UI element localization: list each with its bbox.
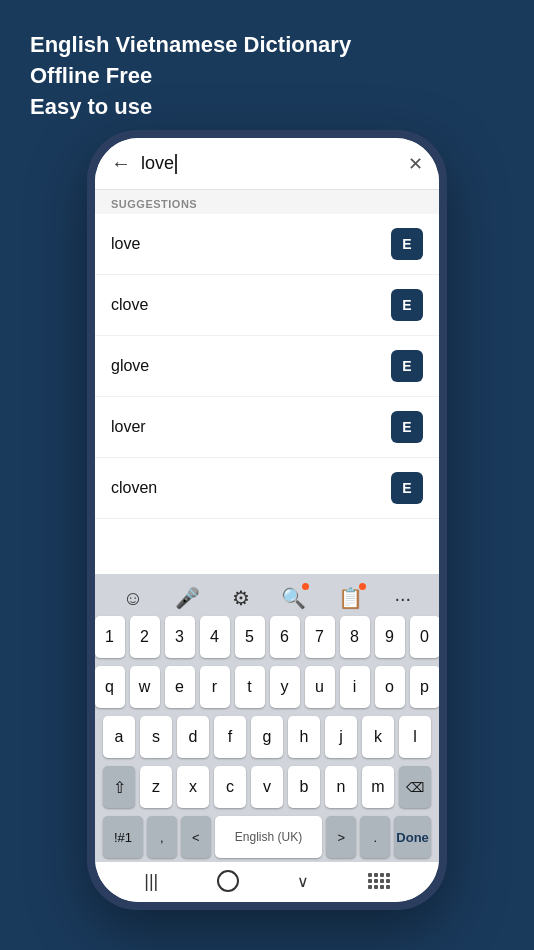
nav-menu-icon[interactable]: ||| bbox=[144, 871, 158, 892]
zxcv-row: ⇧ z x c v b n m ⌫ bbox=[103, 766, 431, 808]
search-query-text: love bbox=[141, 153, 174, 174]
key-h[interactable]: h bbox=[288, 716, 320, 758]
key-s[interactable]: s bbox=[140, 716, 172, 758]
key-m[interactable]: m bbox=[362, 766, 394, 808]
comma-key[interactable]: , bbox=[147, 816, 177, 858]
search-input-display[interactable]: love bbox=[141, 153, 398, 174]
phone-mockup: ← love ✕ SUGGESTIONS love E clove E bbox=[87, 130, 447, 910]
key-7[interactable]: 7 bbox=[305, 616, 335, 658]
app-header: English Vietnamese Dictionary Offline Fr… bbox=[30, 30, 351, 122]
key-z[interactable]: z bbox=[140, 766, 172, 808]
suggestion-word: glove bbox=[111, 357, 149, 375]
suggestion-item-love[interactable]: love E bbox=[95, 214, 439, 275]
key-6[interactable]: 6 bbox=[270, 616, 300, 658]
nav-back-icon[interactable]: ∨ bbox=[297, 872, 309, 891]
number-row: 1 2 3 4 5 6 7 8 9 0 bbox=[103, 616, 431, 658]
key-t[interactable]: t bbox=[235, 666, 265, 708]
key-4[interactable]: 4 bbox=[200, 616, 230, 658]
key-l[interactable]: l bbox=[399, 716, 431, 758]
key-w[interactable]: w bbox=[130, 666, 160, 708]
key-d[interactable]: d bbox=[177, 716, 209, 758]
suggestions-label: SUGGESTIONS bbox=[95, 190, 439, 214]
suggestion-word: cloven bbox=[111, 479, 157, 497]
suggestion-word: love bbox=[111, 235, 140, 253]
shift-key[interactable]: ⇧ bbox=[103, 766, 135, 808]
key-r[interactable]: r bbox=[200, 666, 230, 708]
gt-key[interactable]: > bbox=[326, 816, 356, 858]
key-a[interactable]: a bbox=[103, 716, 135, 758]
key-p[interactable]: p bbox=[410, 666, 440, 708]
key-c[interactable]: c bbox=[214, 766, 246, 808]
key-e[interactable]: e bbox=[165, 666, 195, 708]
phone-screen: ← love ✕ SUGGESTIONS love E clove E bbox=[95, 138, 439, 902]
period-key[interactable]: . bbox=[360, 816, 390, 858]
lang-badge: E bbox=[391, 228, 423, 260]
key-q[interactable]: q bbox=[95, 666, 125, 708]
key-k[interactable]: k bbox=[362, 716, 394, 758]
suggestion-item-cloven[interactable]: cloven E bbox=[95, 458, 439, 519]
suggestion-item-lover[interactable]: lover E bbox=[95, 397, 439, 458]
key-o[interactable]: o bbox=[375, 666, 405, 708]
search-bar: ← love ✕ bbox=[95, 138, 439, 190]
header-line3: Easy to use bbox=[30, 92, 351, 123]
key-u[interactable]: u bbox=[305, 666, 335, 708]
asdf-row: a s d f g h j k l bbox=[103, 716, 431, 758]
key-i[interactable]: i bbox=[340, 666, 370, 708]
settings-icon[interactable]: ⚙ bbox=[232, 586, 250, 610]
key-5[interactable]: 5 bbox=[235, 616, 265, 658]
keyboard-toolbar: ☺ 🎤 ⚙ 🔍 📋 ··· bbox=[99, 580, 435, 616]
done-key[interactable]: Done bbox=[394, 816, 431, 858]
clipboard-dot-indicator bbox=[359, 583, 366, 590]
nav-bar: ||| ∨ bbox=[95, 862, 439, 902]
suggestion-item-clove[interactable]: clove E bbox=[95, 275, 439, 336]
key-2[interactable]: 2 bbox=[130, 616, 160, 658]
back-arrow-icon[interactable]: ← bbox=[111, 152, 131, 175]
phone-shell: ← love ✕ SUGGESTIONS love E clove E bbox=[87, 130, 447, 910]
key-x[interactable]: x bbox=[177, 766, 209, 808]
lang-badge: E bbox=[391, 350, 423, 382]
lang-badge: E bbox=[391, 411, 423, 443]
suggestion-item-glove[interactable]: glove E bbox=[95, 336, 439, 397]
search-icon[interactable]: 🔍 bbox=[281, 586, 306, 610]
mic-icon[interactable]: 🎤 bbox=[175, 586, 200, 610]
qwerty-row: q w e r t y u i o p bbox=[103, 666, 431, 708]
text-cursor bbox=[175, 154, 177, 174]
header-line2: Offline Free bbox=[30, 61, 351, 92]
emoji-icon[interactable]: ☺ bbox=[123, 587, 143, 610]
symbol-key[interactable]: !#1 bbox=[103, 816, 143, 858]
key-v[interactable]: v bbox=[251, 766, 283, 808]
key-3[interactable]: 3 bbox=[165, 616, 195, 658]
key-rows: 1 2 3 4 5 6 7 8 9 0 q w bbox=[99, 616, 435, 862]
more-icon[interactable]: ··· bbox=[394, 587, 411, 610]
key-g[interactable]: g bbox=[251, 716, 283, 758]
clear-search-icon[interactable]: ✕ bbox=[408, 153, 423, 175]
bottom-row: !#1 , < English (UK) > . Done bbox=[103, 816, 431, 858]
key-y[interactable]: y bbox=[270, 666, 300, 708]
suggestion-list: love E clove E glove E lover E cloven bbox=[95, 214, 439, 574]
key-n[interactable]: n bbox=[325, 766, 357, 808]
clipboard-icon[interactable]: 📋 bbox=[338, 586, 363, 610]
lang-badge: E bbox=[391, 289, 423, 321]
search-dot-indicator bbox=[302, 583, 309, 590]
space-key[interactable]: English (UK) bbox=[215, 816, 322, 858]
key-f[interactable]: f bbox=[214, 716, 246, 758]
key-j[interactable]: j bbox=[325, 716, 357, 758]
nav-grid-icon[interactable] bbox=[368, 873, 390, 889]
key-1[interactable]: 1 bbox=[95, 616, 125, 658]
key-8[interactable]: 8 bbox=[340, 616, 370, 658]
lt-key[interactable]: < bbox=[181, 816, 211, 858]
key-9[interactable]: 9 bbox=[375, 616, 405, 658]
backspace-key[interactable]: ⌫ bbox=[399, 766, 431, 808]
suggestion-word: lover bbox=[111, 418, 146, 436]
header-line1: English Vietnamese Dictionary bbox=[30, 30, 351, 61]
lang-badge: E bbox=[391, 472, 423, 504]
nav-home-icon[interactable] bbox=[217, 870, 239, 892]
key-0[interactable]: 0 bbox=[410, 616, 440, 658]
keyboard: ☺ 🎤 ⚙ 🔍 📋 ··· 1 2 3 4 5 6 bbox=[95, 574, 439, 862]
suggestion-word: clove bbox=[111, 296, 148, 314]
key-b[interactable]: b bbox=[288, 766, 320, 808]
